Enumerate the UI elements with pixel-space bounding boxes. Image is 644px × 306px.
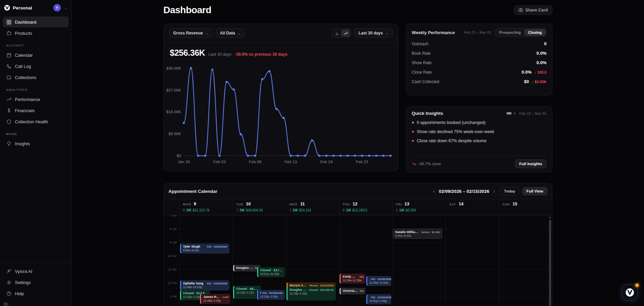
- tab-closing[interactable]: Closing: [524, 29, 545, 36]
- insight-item: 0 appointments booked (unchanged): [412, 120, 547, 125]
- sidebar-item-collection-health[interactable]: Collection Health: [3, 116, 69, 127]
- metric-label: Close Rate: [412, 70, 522, 75]
- revenue-card: Gross Revenue⌄ All Data⌄: [164, 24, 398, 171]
- calendar-event-r[interactable]: RF/U · 02/25/202612:32p–1:02p: [257, 290, 285, 300]
- calendar-range: 02/09/2026 – 02/15/2026: [439, 189, 489, 194]
- scrollbar-thumb[interactable]: [549, 220, 551, 306]
- sidebar-item-label: Help: [15, 291, 24, 296]
- vyiora-assistant-fab[interactable]: [622, 284, 638, 301]
- calendar-event-douglas-d[interactable]: Douglas D...NS: [233, 265, 261, 272]
- calendar-event-natalie-williams[interactable]: Natalie WilliamsSched · $2,0008:00a–8:45…: [393, 229, 442, 239]
- full-insights-button[interactable]: Full Insights: [515, 159, 547, 168]
- scrollbar-up-icon[interactable]: ▲: [549, 216, 551, 219]
- sidebar-item-calendar[interactable]: Calendar: [3, 50, 69, 60]
- camera-icon: [518, 8, 523, 12]
- day-number: 11: [300, 202, 305, 206]
- event-title: James R...: [203, 295, 219, 299]
- calendar-event-emily-mit[interactable]: Emily Mit...DQ11:19a–11:38a: [340, 274, 366, 284]
- tab-prospecting[interactable]: Prospecting: [496, 29, 525, 36]
- event-time: 11:30a–11:54a: [369, 281, 389, 284]
- sidebar-item-label: Vyiora AI: [15, 269, 32, 274]
- calendar-time-gutter: 7 AM8 AM9 AM10 AM11 AM12 PM1 PM: [164, 215, 179, 306]
- calendar-event-victoria-c[interactable]: Victoria C...NS: [340, 288, 366, 295]
- full-view-button[interactable]: Full View: [522, 187, 547, 195]
- sidebar-footer: Vyiora AISettingsHelp: [0, 262, 71, 306]
- shield-icon: [6, 119, 11, 124]
- vyiora-logo-icon: [4, 5, 10, 11]
- workspace-switcher[interactable]: Personal Y ⌄: [0, 0, 71, 15]
- line-chart-icon[interactable]: [341, 29, 350, 37]
- today-button[interactable]: Today: [500, 187, 519, 195]
- calendar-scrollbar[interactable]: ▲: [549, 216, 551, 306]
- weekly-tabs: ProspectingClosing: [495, 28, 547, 37]
- collapse-sidebar-icon[interactable]: [3, 302, 8, 306]
- svg-text:Feb 03: Feb 03: [213, 159, 226, 164]
- notification-dot: [635, 283, 639, 287]
- bar-chart-icon[interactable]: [332, 29, 341, 37]
- briefcase-icon: [6, 30, 11, 36]
- svg-text:$27.00K: $27.00K: [166, 88, 181, 92]
- calendar-event-closed-17-040-47[interactable]: Closed · $17,040.4710:51a–11:35a: [257, 267, 285, 277]
- sidebar-item-collections[interactable]: Collections: [3, 72, 69, 83]
- share-card-button[interactable]: Share Card: [514, 5, 552, 15]
- event-badge: F/U · 02/20/2026: [207, 245, 227, 248]
- event-title: Ophelia Yang: [183, 281, 203, 285]
- chevron-down-icon[interactable]: ⌄: [64, 6, 67, 10]
- sidebar-item-performance[interactable]: Performance: [3, 94, 69, 105]
- event-badge: F/U · 02/23/2026: [371, 296, 391, 299]
- dashboard-icon: [6, 19, 11, 25]
- calendar-event-james-r[interactable]: James R...Lost12:49p–1:15p: [200, 294, 230, 304]
- calendar-event-closed-8-295-29[interactable]: Closed · $8,295.2912:13p–1:12p: [233, 286, 261, 299]
- metric-value: 0.0%: [537, 51, 547, 56]
- svg-text:$0: $0: [176, 153, 181, 158]
- day-of-week: SAT: [449, 203, 456, 206]
- sidebar-item-vyiora-ai[interactable]: Vyiora AI: [3, 266, 69, 277]
- weekly-performance-card: Weekly Performance Feb 23 – Mar 01 Prosp…: [406, 24, 552, 95]
- insights-toggle-icon[interactable]: [506, 112, 512, 114]
- sidebar-item-dashboard[interactable]: Dashboard: [3, 17, 69, 27]
- avatar[interactable]: Y: [53, 4, 61, 11]
- sidebar-item-settings[interactable]: Settings: [3, 277, 69, 288]
- metric-delta: ↓ 100.0: [534, 70, 546, 74]
- calendar-event-douglas-whitfi[interactable]: Douglas Whitfi...Closed · $15,060.5212:1…: [287, 287, 336, 301]
- trending-down-icon: [412, 162, 417, 165]
- event-title: Tyler Singh: [183, 245, 200, 248]
- range-dropdown[interactable]: Last 30 days⌄: [354, 28, 392, 38]
- lightbulb-icon: [6, 141, 11, 146]
- filter-dropdown-label: All Data: [220, 31, 235, 35]
- event-badge: Lost: [223, 296, 228, 299]
- calendar-grid: Tyler SinghF/U · 02/20/20269:06a–9:20aOp…: [179, 215, 552, 306]
- day-of-week: WED: [290, 203, 298, 206]
- svg-text:Jan 29: Jan 29: [178, 159, 190, 164]
- sidebar-item-insights[interactable]: Insights: [3, 138, 69, 149]
- sidebar-item-products[interactable]: Products: [3, 28, 69, 39]
- event-badge: Closed · $15,060.52: [309, 288, 334, 291]
- sidebar-item-call-log[interactable]: Call Log: [3, 61, 69, 72]
- calendar-prev-icon[interactable]: ‹: [432, 188, 436, 194]
- event-badge: NS: [360, 289, 364, 292]
- nav-section-heading: ANALYTICS: [3, 83, 69, 94]
- metric-dropdown[interactable]: Gross Revenue⌄: [169, 28, 213, 38]
- chevron-down-icon: ⌄: [206, 31, 208, 35]
- calendar-event-ophelia-yang[interactable]: Ophelia YangF/U · 02/25/202611:49a–12:22…: [180, 280, 229, 290]
- hour-label: 11 AM: [168, 268, 177, 271]
- calendar-next-icon[interactable]: ›: [493, 188, 496, 194]
- filter-dropdown[interactable]: All Data⌄: [216, 28, 245, 38]
- calendar-event-tyler-singh[interactable]: Tyler SinghF/U · 02/20/20269:06a–9:20a: [180, 244, 229, 254]
- sidebar-item-help[interactable]: Help: [3, 288, 69, 299]
- day-header-wed: WED1172W$19,119: [286, 199, 339, 215]
- calendar-event-b[interactable]: BF/U · 02/23/202612:51p–1:05p: [366, 294, 391, 304]
- sidebar: Personal Y ⌄ DashboardProductsACTIVITYCa…: [0, 0, 72, 306]
- gear-icon: [6, 280, 11, 285]
- sidebar-item-label: Insights: [15, 141, 30, 146]
- collections-icon: [6, 75, 11, 80]
- calendar-body: 7 AM8 AM9 AM10 AM11 AM12 PM1 PM Tyler Si…: [164, 215, 552, 306]
- svg-text:$18.00K: $18.00K: [166, 109, 181, 114]
- metric-label: Show Rate: [412, 60, 537, 65]
- svg-text:Feb 13: Feb 13: [284, 159, 297, 164]
- insight-text: Close rate down 67% despite volume: [417, 138, 487, 143]
- sidebar-item-label: Calendar: [15, 53, 33, 58]
- calendar-event-b[interactable]: BF/U · 02/26/202611:30a–11:54a: [366, 276, 391, 286]
- sidebar-item-financials[interactable]: Financials: [3, 105, 69, 116]
- metric-label: Cash Collected: [412, 79, 524, 84]
